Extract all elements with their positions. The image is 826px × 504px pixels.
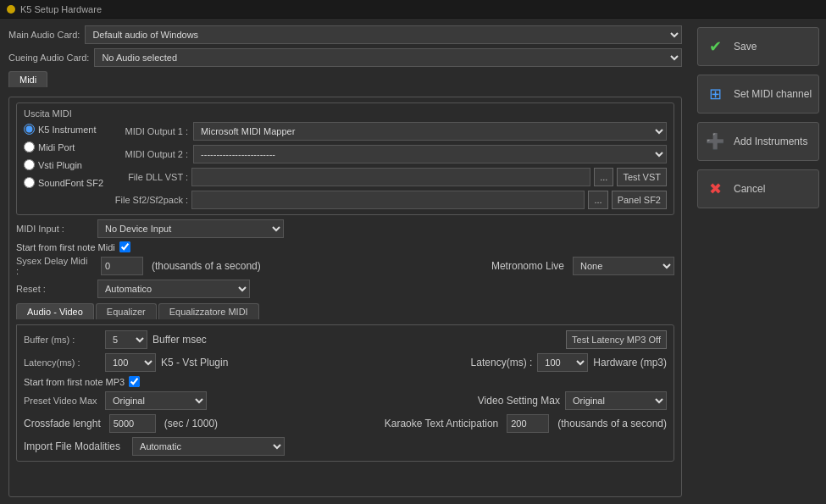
test-vst-btn[interactable]: Test VST <box>617 168 667 186</box>
start-first-note-label: Start from first note Midi <box>16 242 115 252</box>
midi-output2-label: MIDI Output 2 : <box>112 149 188 159</box>
midi-output1-row: MIDI Output 1 : Microsoft MIDI Mapper <box>112 122 667 141</box>
cancel-icon: ✖ <box>703 177 727 201</box>
karaoke-input[interactable] <box>507 414 549 433</box>
main-audio-row: Main Audio Card: Default audio of Window… <box>8 25 682 44</box>
video-setting-label: Video Setting Max <box>478 395 560 407</box>
save-label: Save <box>734 41 757 53</box>
radio-sf2: SoundFont SF2 <box>24 177 103 188</box>
buffer-select[interactable]: 5 <box>105 330 147 349</box>
cancel-label: Cancel <box>734 183 765 195</box>
import-label: Import File Modalities <box>24 440 120 452</box>
latency-row: Latency(ms) : 100 K5 - Vst Plugin Latenc… <box>24 353 667 372</box>
file-dll-label: File DLL VST : <box>112 172 188 182</box>
set-midi-button[interactable]: ⊞ Set MIDI channel <box>697 75 819 114</box>
start-mp3-label: Start from first note MP3 <box>24 377 125 387</box>
audio-video-content: Buffer (ms) : 5 Buffer msec Test Latency… <box>16 324 674 462</box>
radio-sf2-input[interactable] <box>24 177 35 188</box>
cancel-button[interactable]: ✖ Cancel <box>697 169 819 208</box>
window-title: K5 Setup Hardware <box>20 4 102 14</box>
metronomo-label: Metronomo Live <box>491 260 564 272</box>
midi-output1-select[interactable]: Microsoft MIDI Mapper <box>193 122 667 141</box>
av-tabs: Audio - Video Equalizer Equalizzatore MI… <box>16 303 674 319</box>
title-dot <box>7 5 15 14</box>
left-panel: Main Audio Card: Default audio of Window… <box>0 19 690 504</box>
midi-outputs: MIDI Output 1 : Microsoft MIDI Mapper MI… <box>112 122 667 209</box>
save-button[interactable]: ✔ Save <box>697 27 819 66</box>
title-bar: K5 Setup Hardware <box>0 0 826 19</box>
uscita-midi-section: Uscita MIDI K5 Instrument Midi Port <box>16 102 674 215</box>
preset-video-row: Preset Video Max Original Video Setting … <box>24 391 667 410</box>
tab-midi[interactable]: Midi <box>8 71 47 87</box>
add-icon: ➕ <box>703 130 727 153</box>
latency2-select[interactable]: 100 <box>537 353 588 372</box>
radio-vsti: Vsti Plugin <box>24 159 103 170</box>
radio-vsti-input[interactable] <box>24 159 35 170</box>
karaoke-label: Karaoke Text Anticipation <box>385 418 499 429</box>
test-latency-btn[interactable]: Test Latency MP3 Off <box>566 330 667 349</box>
midi-tabs: Midi <box>8 71 682 87</box>
radio-k5-input[interactable] <box>24 124 35 135</box>
tab-equalizer[interactable]: Equalizer <box>96 303 157 319</box>
crossfade-unit: (sec / 1000) <box>164 418 218 429</box>
main-audio-select[interactable]: Default audio of Windows <box>85 25 682 44</box>
right-panel: ✔ Save ⊞ Set MIDI channel ➕ Add Instrume… <box>690 19 826 504</box>
crossfade-label: Crossfade lenght <box>24 418 101 429</box>
main-audio-label: Main Audio Card: <box>8 30 80 40</box>
reset-row: Reset : Automatico <box>16 280 674 298</box>
karaoke-unit: (thousands of a second) <box>557 418 667 429</box>
buffer-label: Buffer (ms) : <box>24 335 100 345</box>
sysex-row: Sysex Delay Midi : 0 (thousands of a sec… <box>16 256 674 276</box>
midi-input-select[interactable]: No Device Input <box>97 219 284 238</box>
buffer-row: Buffer (ms) : 5 Buffer msec Test Latency… <box>24 330 667 349</box>
start-first-note-row: Start from first note Midi <box>16 241 674 252</box>
sysex-input[interactable]: 0 <box>101 257 143 275</box>
start-first-note-checkbox[interactable] <box>119 241 130 252</box>
midi-input-label: MIDI Input : <box>16 224 92 234</box>
cueing-audio-row: Cueing Audio Card: No Audio selected <box>8 48 682 67</box>
midi-output2-select[interactable]: ------------------------ <box>193 145 667 163</box>
buffer-msec-label: Buffer msec <box>152 334 207 346</box>
radio-sf2-label: SoundFont SF2 <box>38 178 103 188</box>
file-dll-input[interactable] <box>191 168 590 186</box>
start-mp3-checkbox[interactable] <box>129 376 140 387</box>
file-sf2-input[interactable] <box>191 191 585 209</box>
tab-audio-video[interactable]: Audio - Video <box>16 303 94 319</box>
cueing-audio-label: Cueing Audio Card: <box>8 53 89 63</box>
panel-sf2-btn[interactable]: Panel SF2 <box>612 191 667 209</box>
radio-k5: K5 Instrument <box>24 124 103 135</box>
crossfade-input[interactable] <box>109 414 156 433</box>
crossfade-row: Crossfade lenght (sec / 1000) Karaoke Te… <box>24 414 667 433</box>
add-instruments-button[interactable]: ➕ Add Instruments <box>697 122 819 161</box>
midi-output1-label: MIDI Output 1 : <box>112 126 188 136</box>
tab-eq-midi[interactable]: Equalizzatore MIDI <box>158 303 259 319</box>
file-sf2-row: File Sf2/Sf2pack : ... Panel SF2 <box>112 191 667 209</box>
radio-k5-label: K5 Instrument <box>38 125 96 135</box>
import-select[interactable]: Automatic <box>132 437 285 456</box>
cueing-audio-select[interactable]: No Audio selected <box>94 48 682 67</box>
hardware-label: Hardware (mp3) <box>593 357 667 368</box>
metronomo-select[interactable]: None <box>573 257 674 275</box>
midi-output2-row: MIDI Output 2 : ------------------------ <box>112 145 667 163</box>
preset-video-select[interactable]: Original <box>105 391 207 410</box>
latency-select[interactable]: 100 <box>105 353 156 372</box>
browse-sf2-btn[interactable]: ... <box>588 191 607 209</box>
radio-midi-input[interactable] <box>24 141 35 152</box>
latency2-label: Latency(ms) : <box>471 357 533 368</box>
sysex-label: Sysex Delay Midi : <box>16 256 92 276</box>
file-dll-row: File DLL VST : ... Test VST <box>112 168 667 186</box>
reset-select[interactable]: Automatico <box>97 280 250 298</box>
set-midi-label: Set MIDI channel <box>734 88 812 100</box>
midi-input-row: MIDI Input : No Device Input <box>16 219 674 238</box>
sysex-unit: (thousands of a second) <box>152 260 261 272</box>
midi-icon: ⊞ <box>703 82 727 106</box>
save-icon: ✔ <box>703 35 727 58</box>
uscita-midi-title: Uscita MIDI <box>24 108 667 119</box>
preset-video-label: Preset Video Max <box>24 396 100 406</box>
video-setting-select[interactable]: Original <box>565 391 667 410</box>
radio-midi: Midi Port <box>24 141 103 152</box>
radio-col: K5 Instrument Midi Port Vsti Plugin <box>24 122 103 209</box>
radio-midi-label: Midi Port <box>38 142 75 152</box>
latency-plugin-label: K5 - Vst Plugin <box>161 357 228 368</box>
browse-dll-btn[interactable]: ... <box>594 168 613 186</box>
